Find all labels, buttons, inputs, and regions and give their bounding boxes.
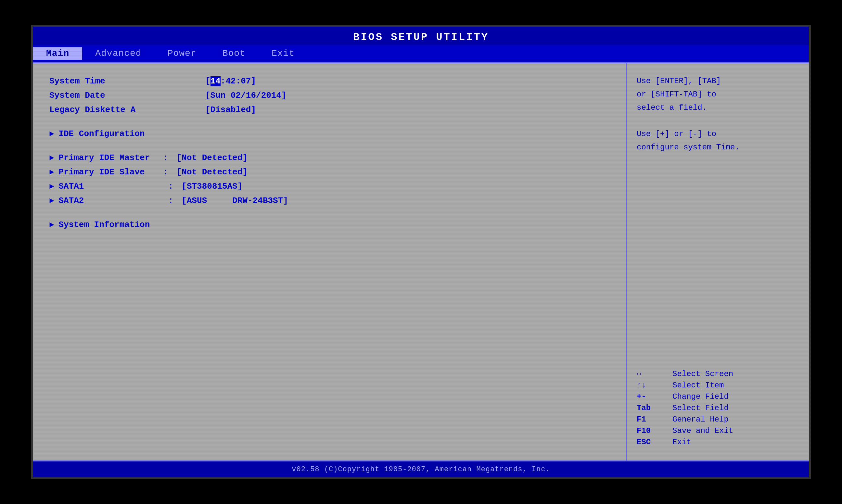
menu-bar[interactable]: MainAdvancedPowerBootExit xyxy=(33,45,809,63)
system-info-arrow: ► xyxy=(49,220,54,229)
bios-screen: BIOS SETUP UTILITY MainAdvancedPowerBoot… xyxy=(31,25,811,479)
shortcut-select-field: Tab Select Field xyxy=(637,404,799,412)
shortcut-desc-select-field: Select Field xyxy=(673,404,729,412)
menu-item-main[interactable]: Main xyxy=(33,47,82,60)
legacy-diskette-row: Legacy Diskette A [Disabled] xyxy=(49,105,610,115)
menu-item-exit[interactable]: Exit xyxy=(258,47,308,60)
sata1-row[interactable]: ► SATA1 : [ST380815AS] xyxy=(49,182,610,191)
primary-ide-master-row[interactable]: ► Primary IDE Master : [Not Detected] xyxy=(49,153,610,163)
primary-ide-slave-label: Primary IDE Slave xyxy=(58,167,145,177)
ide-config-row[interactable]: ► IDE Configuration xyxy=(49,129,610,139)
help-text-top: Use [ENTER], [TAB] or [SHIFT-TAB] to sel… xyxy=(637,75,799,154)
shortcut-general-help: F1 General Help xyxy=(637,415,799,424)
footer-bar: v02.58 (C)Copyright 1985-2007, American … xyxy=(33,461,809,478)
sata2-label: SATA2 xyxy=(58,196,84,205)
ide-config-arrow: ► xyxy=(49,130,54,138)
shortcut-key-f1: F1 xyxy=(637,415,673,424)
sata2-arrow: ► xyxy=(49,196,54,205)
menu-item-advanced[interactable]: Advanced xyxy=(82,47,154,60)
sata1-value: [ST380815AS] xyxy=(177,182,243,191)
shortcut-select-item: ↑↓ Select Item xyxy=(637,381,799,390)
shortcut-section: ↔ Select Screen ↑↓ Select Item +- Change… xyxy=(637,370,799,449)
help-panel: Use [ENTER], [TAB] or [SHIFT-TAB] to sel… xyxy=(627,63,809,461)
primary-ide-master-colon: : xyxy=(153,153,168,163)
shortcut-select-screen: ↔ Select Screen xyxy=(637,370,799,378)
primary-ide-master-value: [Not Detected] xyxy=(172,153,248,163)
primary-ide-slave-row[interactable]: ► Primary IDE Slave : [Not Detected] xyxy=(49,167,610,177)
shortcut-desc-exit: Exit xyxy=(673,438,691,447)
system-time-value[interactable]: [14:42:07] xyxy=(205,76,256,86)
primary-ide-slave-colon: : xyxy=(148,167,168,177)
help-divider xyxy=(637,161,799,366)
shortcut-desc-select-screen: Select Screen xyxy=(673,370,733,378)
shortcut-key-f10: F10 xyxy=(637,426,673,435)
primary-ide-master-arrow: ► xyxy=(49,154,54,162)
shortcut-key-arrows-ud: ↑↓ xyxy=(637,381,673,390)
time-hours[interactable]: 14 xyxy=(211,76,220,86)
sata2-row[interactable]: ► SATA2 : [ASUS DRW-24B3ST] xyxy=(49,196,610,205)
main-panel: System Time [14:42:07] System Date [Sun … xyxy=(33,63,627,461)
shortcut-desc-change-field: Change Field xyxy=(673,392,729,401)
menu-item-boot[interactable]: Boot xyxy=(210,47,258,60)
sata2-colon: : xyxy=(87,196,173,205)
system-time-label: System Time xyxy=(49,76,205,86)
sata1-label: SATA1 xyxy=(58,182,84,191)
primary-ide-slave-arrow: ► xyxy=(49,168,54,177)
system-info-row[interactable]: ► System Information xyxy=(49,220,610,230)
system-date-row: System Date [Sun 02/16/2014] xyxy=(49,91,610,100)
shortcut-key-esc: ESC xyxy=(637,438,673,447)
system-date-value[interactable]: [Sun 02/16/2014] xyxy=(205,91,287,100)
menu-item-power[interactable]: Power xyxy=(155,47,210,60)
shortcut-save-exit: F10 Save and Exit xyxy=(637,426,799,435)
shortcut-desc-select-item: Select Item xyxy=(673,381,724,390)
system-date-label: System Date xyxy=(49,91,205,100)
shortcut-exit: ESC Exit xyxy=(637,438,799,447)
shortcut-desc-save-exit: Save and Exit xyxy=(673,426,733,435)
shortcut-desc-general-help: General Help xyxy=(673,415,729,424)
footer-text: v02.58 (C)Copyright 1985-2007, American … xyxy=(292,465,550,473)
system-info-label: System Information xyxy=(58,220,150,230)
bios-title: BIOS SETUP UTILITY xyxy=(353,31,489,43)
shortcut-key-arrows-lr: ↔ xyxy=(637,370,673,378)
shortcut-key-plusminus: +- xyxy=(637,392,673,401)
shortcut-key-tab: Tab xyxy=(637,404,673,412)
legacy-diskette-label: Legacy Diskette A xyxy=(49,105,205,115)
legacy-diskette-value[interactable]: [Disabled] xyxy=(205,105,256,115)
ide-config-label: IDE Configuration xyxy=(58,129,145,139)
content-area: System Time [14:42:07] System Date [Sun … xyxy=(33,63,809,461)
sata1-arrow: ► xyxy=(49,182,54,191)
sata1-colon: : xyxy=(87,182,173,191)
title-bar: BIOS SETUP UTILITY xyxy=(33,26,809,45)
system-time-row: System Time [14:42:07] xyxy=(49,76,610,86)
primary-ide-master-label: Primary IDE Master xyxy=(58,153,150,163)
primary-ide-slave-value: [Not Detected] xyxy=(172,167,248,177)
shortcut-change-field: +- Change Field xyxy=(637,392,799,401)
sata2-value: [ASUS DRW-24B3ST] xyxy=(177,196,288,205)
